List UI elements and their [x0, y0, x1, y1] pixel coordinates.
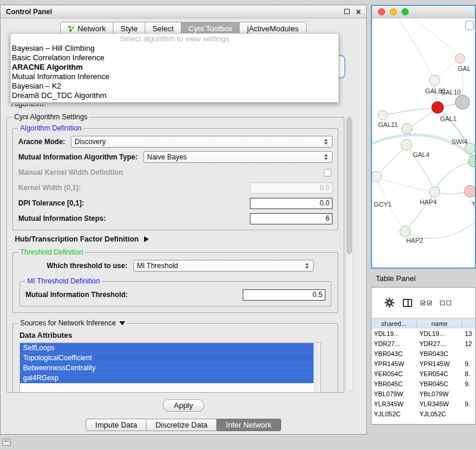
dpi-tolerance-input[interactable] [250, 198, 332, 209]
network-canvas[interactable]: GALGAL80GAL10GAL11GAL1SWI4GAL4GCY1HAP4HA… [372, 18, 475, 268]
algorithm-option[interactable]: Bayesian – Hill Climbing [11, 44, 338, 53]
attribute-list-item[interactable]: gal4RGexp [20, 373, 314, 383]
network-node[interactable] [464, 185, 475, 197]
table-row[interactable]: YDL19...YDL19...13 [371, 328, 475, 338]
settings-scrollbar[interactable] [345, 115, 353, 392]
table-cell: YDR27... [417, 340, 462, 347]
network-edge[interactable] [376, 177, 435, 192]
column-header[interactable] [462, 319, 475, 328]
table-cell: YBR043C [371, 350, 417, 357]
apply-button[interactable]: Apply [163, 399, 204, 412]
table-header-row: shared...name [371, 318, 475, 328]
network-window-titlebar[interactable] [372, 6, 475, 18]
mi-threshold-input[interactable] [243, 289, 325, 301]
tab-label: jActiveModules [247, 24, 298, 33]
mi-steps-label: Mutual Information Steps: [18, 214, 106, 223]
table-cell: 9. [462, 360, 475, 367]
close-traffic-light-icon[interactable] [378, 8, 385, 15]
table-row[interactable]: YBR045CYBR045C9. [371, 379, 475, 389]
mi-steps-input[interactable] [250, 213, 332, 224]
table-row[interactable]: YJL052CYJL052C [371, 409, 475, 419]
sources-group-title[interactable]: Sources for Network Inference [18, 319, 127, 327]
algorithm-option[interactable]: ARACNE Algorithm [11, 63, 338, 72]
table-cell: YDL19... [371, 330, 417, 337]
select-all-icon[interactable] [420, 301, 432, 305]
table-cell: YPR145W [417, 360, 462, 367]
attribute-list-item[interactable]: BetweennessCentrality [20, 363, 314, 373]
network-node-label: GAL11 [378, 121, 397, 128]
kernel-width-input[interactable] [250, 182, 332, 194]
table-row[interactable]: YLR345WYLR345W9. [371, 399, 475, 409]
table-row[interactable]: YBL079WYBL079W [371, 389, 475, 399]
network-edge[interactable] [399, 18, 435, 80]
minimize-traffic-light-icon[interactable] [390, 8, 397, 15]
float-window-icon[interactable] [344, 9, 350, 14]
data-attributes-list[interactable]: SelfLoopsTopologicalCoefficientBetweenne… [19, 343, 321, 393]
table-row[interactable]: YDR27...YDR27...12 [371, 338, 475, 348]
which-threshold-select[interactable]: MI Threshold [133, 260, 314, 272]
network-node[interactable] [432, 102, 444, 113]
network-node[interactable] [372, 171, 382, 182]
network-node[interactable] [429, 75, 440, 86]
mi-algorithm-select[interactable]: Naive Bayes [144, 151, 332, 163]
deselect-all-icon[interactable] [440, 301, 451, 305]
hub-definition-toggle[interactable]: Hub/Transcription Factor Definition [15, 235, 338, 243]
mi-threshold-label: Mutual Information Threshold: [25, 291, 128, 299]
table-cell: 9. [462, 380, 475, 387]
mi-steps-row: Mutual Information Steps: [18, 211, 332, 226]
network-edge[interactable] [376, 145, 406, 177]
network-node[interactable] [400, 226, 410, 237]
table-row[interactable]: YER054CYER054C8. [371, 369, 475, 379]
combo-arrows-icon [323, 154, 329, 160]
table-cell: YJL052C [371, 410, 417, 418]
aracne-mode-select[interactable]: Discovery [71, 136, 332, 148]
network-edge[interactable] [405, 223, 475, 239]
algorithm-options-list: Bayesian – Hill ClimbingBasic Correlatio… [11, 44, 338, 100]
algorithm-option[interactable]: Mutual Information Inference [11, 72, 338, 81]
columns-icon[interactable] [403, 299, 412, 307]
algorithm-option[interactable]: Basic Correlation Inference [11, 53, 338, 63]
network-node-label: GCY1 [374, 201, 392, 208]
table-row[interactable]: YPR145WYPR145W9. [371, 358, 475, 369]
table-panel-title: Table Panel [376, 274, 416, 283]
mi-algorithm-row: Mutual Information Algorithm Type: Naive… [18, 149, 332, 165]
dock-panel-icon[interactable] [2, 439, 11, 446]
tab-impute-data[interactable]: Impute Data [86, 419, 146, 431]
network-node[interactable] [429, 187, 440, 197]
aracne-mode-value: Discovery [74, 138, 106, 146]
overview-toggle-button[interactable] [465, 21, 474, 30]
control-panel-titlebar[interactable]: Control Panel × [1, 5, 366, 18]
aracne-mode-label: Aracne Mode: [18, 138, 65, 146]
scrollbar-thumb[interactable] [347, 117, 352, 254]
network-node[interactable] [401, 139, 412, 150]
network-node[interactable] [402, 123, 412, 134]
network-node[interactable] [378, 110, 387, 120]
which-threshold-row: Which threshold to use: MI Threshold [18, 258, 332, 273]
column-header[interactable]: name [417, 319, 462, 328]
close-window-icon[interactable]: × [356, 9, 361, 15]
network-node[interactable] [468, 155, 475, 167]
network-node[interactable] [455, 95, 470, 109]
network-node-label: GAL10 [441, 89, 461, 96]
network-node-label: GAL1 [440, 115, 457, 122]
gear-icon[interactable] [384, 298, 395, 308]
manual-kernel-checkbox[interactable] [324, 169, 331, 177]
column-header[interactable]: shared... [371, 319, 417, 328]
table-cell: 12 [462, 340, 475, 347]
tab-discretize-data[interactable]: Discretize Data [146, 419, 217, 431]
table-cell: YBL079W [371, 390, 417, 397]
table-cell: YLR345W [417, 400, 462, 407]
table-row[interactable]: YBR043CYBR043C [371, 348, 475, 358]
zoom-traffic-light-icon[interactable] [402, 8, 409, 15]
algorithm-option[interactable]: Bayesian – K2 [11, 81, 338, 91]
network-node[interactable] [455, 54, 465, 63]
attribute-list-item[interactable]: SelfLoops [20, 343, 314, 353]
network-edge[interactable] [413, 18, 460, 58]
algorithm-option[interactable]: Dream8 DC_TDC Algorithm [11, 91, 338, 100]
hub-definition-label: Hub/Transcription Factor Definition [15, 235, 139, 243]
attribute-list-item[interactable]: TopologicalCoefficient [20, 353, 314, 363]
list-scrollbar[interactable] [314, 344, 319, 393]
manual-kernel-label: Manual Kernel Width Definition [18, 168, 123, 177]
table-cell: 8. [462, 370, 475, 377]
tab-infer-network[interactable]: Infer Network [217, 419, 281, 431]
